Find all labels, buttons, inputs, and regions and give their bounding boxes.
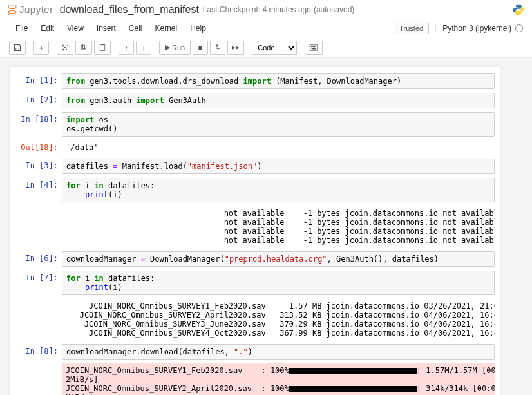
toolbar: + ↑ ↓ ▶ Run ■ ↻ ▸▸ Code xyxy=(0,37,532,58)
restart-run-all-button[interactable]: ▸▸ xyxy=(227,41,244,55)
notebook-title[interactable]: download_files_from_manifest xyxy=(60,4,199,15)
selected-cell[interactable]: In [8]: downloadManager.download(datafil… xyxy=(10,343,500,395)
menu-kernel[interactable]: Kernel xyxy=(149,21,184,35)
svg-rect-16 xyxy=(313,46,314,47)
interrupt-button[interactable]: ■ xyxy=(193,41,208,55)
run-button[interactable]: ▶ Run xyxy=(159,41,191,55)
svg-rect-18 xyxy=(312,48,316,49)
plus-icon: + xyxy=(39,44,43,52)
arrow-up-icon: ↑ xyxy=(124,44,128,52)
run-label: Run xyxy=(172,44,185,52)
output-cell: Out[18]: '/data' xyxy=(10,139,500,156)
in-prompt: In [1]: xyxy=(15,73,62,89)
move-down-button[interactable]: ↓ xyxy=(136,41,151,55)
menu-cell[interactable]: Cell xyxy=(122,21,149,35)
trusted-badge[interactable]: Trusted xyxy=(394,23,429,34)
add-cell-button[interactable]: + xyxy=(33,41,49,55)
code-input[interactable]: for i in datafiles: print(i) xyxy=(62,178,495,202)
out-prompt: Out[18]: xyxy=(15,140,62,155)
output-text: '/data' xyxy=(62,140,495,155)
notebook-area[interactable]: In [1]: from gen3.tools.download.drs_dow… xyxy=(10,67,500,395)
menu-file[interactable]: File xyxy=(9,21,34,35)
code-input[interactable]: import os os.getcwd() xyxy=(62,112,495,137)
code-input[interactable]: for i in datafiles: print(i) xyxy=(62,271,495,295)
code-cell[interactable]: In [2]: from gen3.auth import Gen3Auth xyxy=(10,92,500,110)
paste-icon xyxy=(99,44,106,52)
svg-point-4 xyxy=(8,13,10,14)
in-prompt: In [3]: xyxy=(15,159,62,174)
in-prompt: In [2]: xyxy=(15,93,62,108)
output-stderr: JCOIN_NORC_Omnibus_SURVEY1_Feb2020.sav :… xyxy=(62,363,495,395)
restart-button[interactable]: ↻ xyxy=(210,41,225,55)
jupyter-logo[interactable]: Jupyter xyxy=(6,4,53,15)
jupyter-logo-icon xyxy=(6,4,18,15)
kernel-name: Python 3 (ipykernel) xyxy=(442,24,511,33)
kernel-status-icon xyxy=(515,24,523,32)
fast-forward-icon: ▸▸ xyxy=(232,43,240,52)
code-cell[interactable]: In [7]: for i in datafiles: print(i) xyxy=(10,269,500,296)
copy-button[interactable] xyxy=(75,41,92,55)
code-cell[interactable]: In [3]: datafiles = Manifest.load("manif… xyxy=(10,157,500,175)
svg-point-0 xyxy=(8,6,16,9)
cut-button[interactable] xyxy=(57,41,73,55)
in-prompt: In [18]: xyxy=(15,112,62,137)
menu-view[interactable]: View xyxy=(61,21,90,35)
output-text: not available -1 bytes jcoin.datacommons… xyxy=(62,206,495,247)
command-palette-button[interactable] xyxy=(305,41,323,55)
output-cell: not available -1 bytes jcoin.datacommons… xyxy=(10,205,500,249)
notebook-header: Jupyter download_files_from_manifest Las… xyxy=(0,0,532,19)
scissors-icon xyxy=(61,44,69,52)
logo-text: Jupyter xyxy=(19,4,53,15)
svg-point-1 xyxy=(8,10,16,14)
svg-point-5 xyxy=(517,5,517,6)
svg-rect-15 xyxy=(311,46,312,47)
menubar: File Edit View Insert Cell Kernel Help T… xyxy=(0,19,532,37)
in-prompt: In [7]: xyxy=(15,271,62,295)
save-button[interactable] xyxy=(9,41,26,55)
svg-point-6 xyxy=(520,13,520,14)
keyboard-icon xyxy=(309,44,318,51)
code-input[interactable]: downloadManager = DownloadManager("prepr… xyxy=(62,251,495,267)
svg-point-3 xyxy=(15,5,17,6)
output-text: JCOIN_NORC_Omnibus_SURVEY1_Feb2020.sav 1… xyxy=(62,299,495,340)
restart-icon: ↻ xyxy=(215,43,221,52)
empty-prompt xyxy=(15,363,62,395)
svg-rect-14 xyxy=(310,44,318,50)
kernel-indicator[interactable]: | Python 3 (ipykernel) xyxy=(434,24,523,33)
code-cell[interactable]: In [8]: downloadManager.download(datafil… xyxy=(10,343,500,361)
code-input[interactable]: from gen3.tools.download.drs_download im… xyxy=(62,73,495,89)
output-cell: JCOIN_NORC_Omnibus_SURVEY1_Feb2020.sav 1… xyxy=(10,298,500,342)
stop-icon: ■ xyxy=(198,44,203,52)
cell-type-select[interactable]: Code xyxy=(252,41,297,55)
menu-edit[interactable]: Edit xyxy=(34,21,61,35)
svg-rect-17 xyxy=(314,46,316,47)
save-icon xyxy=(14,44,21,52)
output-cell: JCOIN_NORC_Omnibus_SURVEY1_Feb2020.sav :… xyxy=(10,362,500,395)
copy-icon xyxy=(80,44,88,52)
menu-insert[interactable]: Insert xyxy=(90,21,122,35)
empty-prompt xyxy=(15,206,62,247)
code-cell[interactable]: In [1]: from gen3.tools.download.drs_dow… xyxy=(10,72,500,90)
code-input[interactable]: datafiles = Manifest.load("manifest.json… xyxy=(62,159,495,174)
arrow-down-icon: ↓ xyxy=(142,44,146,52)
svg-rect-12 xyxy=(100,44,105,50)
paste-button[interactable] xyxy=(94,41,111,55)
svg-point-2 xyxy=(8,5,9,6)
play-icon: ▶ xyxy=(165,43,170,52)
move-up-button[interactable]: ↑ xyxy=(119,41,134,55)
python-logo-icon xyxy=(511,3,526,17)
code-cell[interactable]: In [6]: downloadManager = DownloadManage… xyxy=(10,250,500,268)
code-cell[interactable]: In [4]: for i in datafiles: print(i) xyxy=(10,177,500,204)
empty-prompt xyxy=(15,299,62,340)
in-prompt: In [6]: xyxy=(15,251,62,267)
checkpoint-text: Last Checkpoint: 4 minutes ago xyxy=(203,5,311,14)
code-cell[interactable]: In [18]: import os os.getcwd() xyxy=(10,111,500,138)
menu-help[interactable]: Help xyxy=(184,21,213,35)
code-input[interactable]: downloadManager.download(datafiles, ".") xyxy=(62,344,495,360)
in-prompt: In [4]: xyxy=(15,178,62,202)
svg-rect-13 xyxy=(102,44,104,45)
in-prompt: In [8]: xyxy=(15,344,62,360)
svg-rect-7 xyxy=(16,48,19,50)
code-input[interactable]: from gen3.auth import Gen3Auth xyxy=(62,93,495,108)
autosaved-text: (autosaved) xyxy=(314,5,354,14)
